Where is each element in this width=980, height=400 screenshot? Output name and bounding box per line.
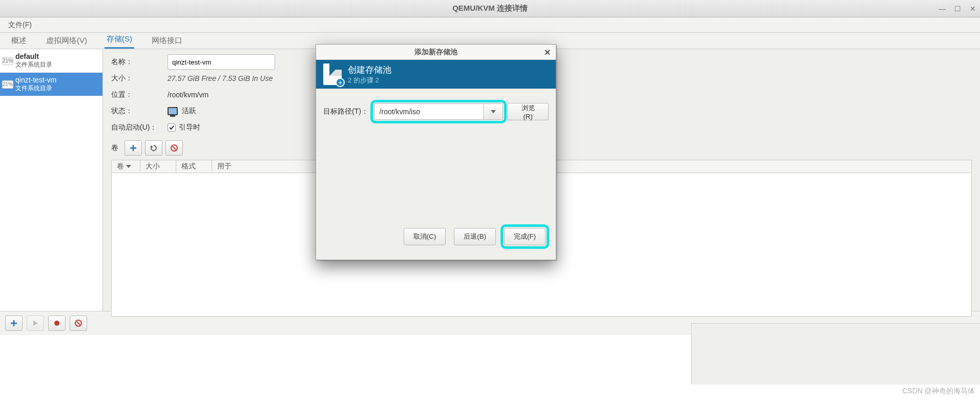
- svg-point-2: [54, 321, 59, 326]
- monitor-icon: [168, 107, 178, 115]
- dialog-body: 目标路径(T)： 浏览(R) 取消(C) 后退(B) 完成(F): [316, 89, 556, 260]
- target-path-combo[interactable]: [374, 103, 504, 120]
- th-vol[interactable]: 卷: [112, 160, 140, 173]
- delete-icon: [75, 320, 82, 327]
- minimize-button[interactable]: —: [938, 5, 946, 13]
- dialog-close-button[interactable]: ✕: [544, 48, 551, 57]
- dialog-titlebar: 添加新存储池 ✕: [316, 45, 556, 60]
- close-button[interactable]: ✕: [969, 5, 977, 13]
- refresh-volume-button[interactable]: [145, 140, 162, 156]
- dialog-buttons: 取消(C) 后退(B) 完成(F): [323, 228, 549, 252]
- th-size[interactable]: 大小: [140, 160, 176, 173]
- plus-icon: [10, 320, 17, 327]
- window-controls: — ☐ ✕: [938, 0, 977, 17]
- cancel-button[interactable]: 取消(C): [404, 228, 446, 245]
- pool-name: default: [15, 52, 52, 60]
- back-button[interactable]: 后退(B): [454, 228, 496, 245]
- label-autostart: 自动启动(U)：: [111, 123, 168, 132]
- value-size: 27.57 GiB Free / 7.53 GiB In Use: [168, 74, 273, 82]
- play-icon: [32, 320, 38, 326]
- delete-volume-button[interactable]: [165, 140, 183, 156]
- banner-title: 创建存储池: [348, 64, 391, 76]
- target-path-input[interactable]: [374, 104, 484, 119]
- label-target-path: 目标路径(T)：: [323, 107, 370, 116]
- tab-overview[interactable]: 概述: [9, 33, 29, 49]
- usage-percent: 21%: [2, 57, 13, 65]
- value-autostart: 引导时: [168, 123, 200, 132]
- tab-storage[interactable]: 存储(S): [105, 31, 134, 49]
- dialog-banner: + 创建存储池 2 的步骤 2: [316, 60, 556, 89]
- finish-button[interactable]: 完成(F): [504, 228, 546, 245]
- menu-file[interactable]: 文件(F): [5, 18, 35, 32]
- th-format[interactable]: 格式: [176, 160, 212, 173]
- autostart-checkbox[interactable]: [168, 123, 176, 132]
- target-path-dropdown[interactable]: [483, 104, 503, 119]
- value-location: /root/kvm/vm: [168, 91, 208, 99]
- value-state: 活跃: [168, 107, 196, 116]
- label-name: 名称：: [111, 57, 168, 67]
- menubar: 文件(F): [0, 17, 980, 33]
- label-location: 位置：: [111, 90, 168, 99]
- label-size: 大小：: [111, 74, 168, 83]
- input-name[interactable]: [168, 54, 275, 70]
- background-panel: [691, 323, 980, 385]
- maximize-button[interactable]: ☐: [953, 5, 962, 13]
- sort-icon: [126, 165, 131, 168]
- label-state: 状态：: [111, 107, 168, 116]
- document-plus-icon: +: [323, 64, 342, 85]
- delete-pool-button[interactable]: [70, 315, 87, 331]
- tab-network-interface[interactable]: 网络接口: [150, 33, 184, 49]
- watermark: CSDN @神奇的海马体: [902, 387, 975, 396]
- storage-pool-item-qinzt-test-vm[interactable]: 21% qinzt-test-vm 文件系统目录: [0, 73, 102, 96]
- add-storage-pool-dialog: 添加新存储池 ✕ + 创建存储池 2 的步骤 2 目标路径(T)： 浏览(R) …: [316, 44, 556, 260]
- add-pool-button[interactable]: [5, 315, 23, 331]
- chevron-down-icon: [491, 110, 496, 113]
- stop-icon: [53, 320, 60, 327]
- start-pool-button[interactable]: [27, 315, 44, 331]
- plus-icon: [130, 144, 137, 152]
- label-volumes: 卷: [111, 143, 118, 153]
- svg-line-1: [173, 146, 176, 150]
- usage-percent: 21%: [2, 80, 13, 89]
- delete-icon: [171, 144, 178, 152]
- pool-name: qinzt-test-vm: [15, 76, 56, 84]
- pool-type: 文件系统目录: [15, 60, 52, 69]
- browse-button[interactable]: 浏览(R): [507, 103, 549, 120]
- banner-subtitle: 2 的步骤 2: [348, 76, 391, 85]
- add-volume-button[interactable]: [124, 140, 142, 156]
- storage-pool-item-default[interactable]: 21% default 文件系统目录: [0, 49, 102, 73]
- stop-pool-button[interactable]: [48, 315, 66, 331]
- storage-pool-sidebar: 21% default 文件系统目录 21% qinzt-test-vm 文件系…: [0, 49, 103, 311]
- window-title: QEMU/KVM 连接详情: [0, 4, 980, 13]
- tab-virtual-network[interactable]: 虚拟网络(V): [44, 33, 89, 49]
- refresh-icon: [150, 144, 157, 152]
- dialog-title: 添加新存储池: [414, 48, 457, 57]
- pool-type: 文件系统目录: [15, 84, 56, 93]
- svg-line-4: [77, 322, 80, 325]
- titlebar: QEMU/KVM 连接详情 — ☐ ✕: [0, 0, 980, 17]
